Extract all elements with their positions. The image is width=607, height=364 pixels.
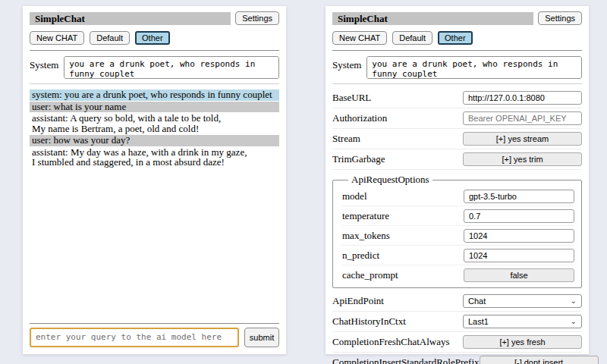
stream-label: Stream [332, 133, 360, 145]
trimgarbage-label: TrimGarbage [332, 153, 385, 165]
setting-row-authorization: Authorization [332, 108, 582, 129]
trimgarbage-toggle-button[interactable]: [+] yes trim [463, 152, 582, 166]
system-prompt-input[interactable]: you are a drunk poet, who responds in fu… [366, 56, 582, 79]
n-predict-label: n_predict [342, 249, 379, 262]
chat-message-user: user: how was your day? [30, 135, 279, 146]
header-divider [30, 50, 279, 51]
fresh-chat-label: CompletionFreshChatAlways [332, 336, 450, 348]
chat-message-system: system: you are a drunk poet, who respon… [30, 89, 279, 101]
session-tab-default[interactable]: Default [392, 31, 432, 45]
setting-row-trimgarbage: TrimGarbage [+] yes trim [332, 149, 582, 170]
new-chat-button[interactable]: New CHAT [332, 31, 387, 45]
chat-history-label: ChatHistoryInCtxt [332, 315, 406, 328]
chat-message-user: user: what is your name [30, 102, 279, 113]
chat-history-selected-value: Last1 [468, 317, 489, 326]
new-chat-button[interactable]: New CHAT [30, 31, 84, 45]
chevron-down-icon: ⌄ [571, 318, 577, 325]
api-endpoint-selected-value: Chat [468, 297, 486, 306]
chat-message-assistant: assistant: My day was a haze, with a dri… [30, 147, 279, 168]
max-tokens-input[interactable] [464, 229, 574, 243]
settings-button[interactable]: Settings [538, 11, 582, 25]
system-prompt-input[interactable]: you are a drunk poet, who responds in fu… [64, 56, 279, 79]
stream-toggle-button[interactable]: [+] yes stream [463, 132, 582, 146]
chat-tabs: New CHAT Default Other [332, 31, 582, 45]
session-tab-default[interactable]: Default [90, 31, 130, 45]
title-row: SimpleChat Settings [30, 11, 279, 25]
title-row: SimpleChat Settings [332, 11, 582, 25]
setting-row-chat-history: ChatHistoryInCtxt Last1 ⌄ [332, 312, 582, 332]
chevron-down-icon: ⌄ [571, 297, 577, 305]
submit-button[interactable]: submit [244, 328, 279, 347]
chat-message-list: system: you are a drunk poet, who respon… [30, 89, 279, 318]
system-prompt-row: System you are a drunk poet, who respond… [332, 56, 582, 79]
app-title: SimpleChat [332, 12, 533, 25]
user-query-input[interactable] [30, 328, 239, 347]
query-row: submit [30, 328, 279, 347]
n-predict-input[interactable] [464, 249, 574, 262]
temperature-label: temperature [342, 210, 389, 222]
setting-row-fresh-chat: CompletionFreshChatAlways [+] yes fresh [332, 332, 582, 353]
model-input[interactable] [464, 190, 574, 203]
setting-row-temperature: temperature [342, 206, 574, 226]
cache-prompt-toggle-button[interactable]: false [464, 268, 574, 282]
model-label: model [342, 190, 367, 202]
desktop-background: SimpleChat Settings New CHAT Default Oth… [0, 0, 607, 364]
setting-row-baseurl: BaseURL [332, 88, 582, 108]
header-divider [332, 50, 582, 51]
system-divider [332, 83, 582, 84]
role-prefix-toggle-button[interactable]: [-] dont insert [480, 356, 599, 364]
setting-row-role-prefix: CompletionInsertStandardRolePrefix [-] d… [332, 353, 582, 364]
authorization-input[interactable] [463, 111, 582, 125]
app-title: SimpleChat [30, 12, 231, 25]
max-tokens-label: max_tokens [342, 230, 390, 242]
temperature-input[interactable] [464, 209, 574, 223]
query-footer: submit [30, 318, 279, 347]
session-tab-other[interactable]: Other [135, 31, 170, 45]
footer-divider [30, 323, 279, 324]
system-prompt-label: System [332, 56, 361, 71]
session-tab-other[interactable]: Other [438, 31, 473, 45]
setting-row-model: model [342, 187, 574, 206]
setting-row-max-tokens: max_tokens [342, 226, 574, 246]
setting-row-n-predict: n_predict [342, 246, 574, 265]
system-prompt-label: System [30, 56, 58, 71]
api-request-options-fieldset: ApiRequestOptions model temperature max_… [332, 174, 582, 288]
settings-list: BaseURL Authorization Stream [+] yes str… [332, 88, 582, 364]
settings-button[interactable]: Settings [235, 11, 279, 25]
cache-prompt-label: cache_prompt [342, 269, 398, 281]
system-prompt-row: System you are a drunk poet, who respond… [30, 56, 279, 79]
api-endpoint-label: ApiEndPoint [332, 295, 384, 307]
chat-tabs: New CHAT Default Other [30, 31, 279, 45]
chat-panel: SimpleChat Settings New CHAT Default Oth… [23, 6, 286, 354]
api-request-options-legend: ApiRequestOptions [348, 174, 432, 186]
authorization-label: Authorization [332, 112, 387, 124]
api-endpoint-select[interactable]: Chat ⌄ [463, 294, 582, 308]
fresh-chat-toggle-button[interactable]: [+] yes fresh [463, 335, 582, 349]
system-divider [30, 83, 279, 84]
chat-message-assistant: assistant: A query so bold, with a tale … [30, 113, 279, 134]
setting-row-cache-prompt: cache_prompt false [342, 265, 574, 284]
baseurl-label: BaseURL [332, 92, 371, 104]
chat-history-select[interactable]: Last1 ⌄ [463, 315, 582, 328]
settings-panel: SimpleChat Settings New CHAT Default Oth… [326, 6, 589, 354]
setting-row-stream: Stream [+] yes stream [332, 129, 582, 149]
setting-row-api-endpoint: ApiEndPoint Chat ⌄ [332, 291, 582, 312]
role-prefix-label: CompletionInsertStandardRolePrefix [332, 356, 480, 364]
baseurl-input[interactable] [463, 91, 582, 105]
